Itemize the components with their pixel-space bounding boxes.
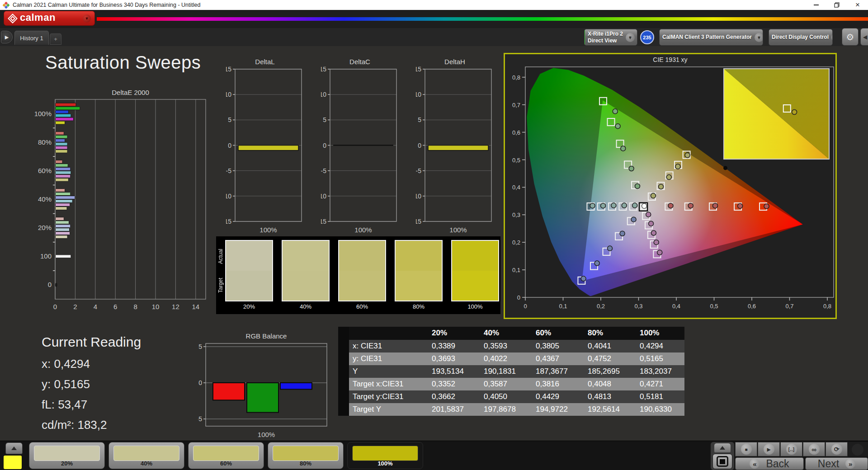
calman-menu-button[interactable]: calman ▼ [4,11,95,26]
table-cell: 0,3693 [428,352,480,365]
deltae-bar-blue-40% [56,196,75,199]
pattern-window-button[interactable] [712,454,732,469]
svg-text:100%: 100% [258,431,275,437]
table-cell: 187,3677 [532,365,584,378]
table-header-cell [338,327,349,340]
pattern-generator-label: CalMAN Client 3 Pattern Generator [660,34,755,41]
pattern-preview-expand-button[interactable] [5,442,23,454]
range-button[interactable]: [‥] [780,442,802,456]
actual-swatch-20% [226,241,272,271]
repeat-icon: ⟳ [831,444,842,455]
meter-count-badge[interactable]: 235 [640,30,654,44]
pattern-button-80%[interactable]: 80% [268,442,344,469]
deltah-chart-title: DeltaH [418,58,491,66]
svg-text:15: 15 [321,66,326,73]
cie-measured-magenta-60 [651,230,656,235]
deltae-bar-red-0 [56,283,57,287]
deltae-bar-green-80% [56,135,68,138]
minimize-icon [814,5,819,5]
comparison-level-label: 40% [282,303,330,310]
deltae-bar-cyan-20% [56,228,70,231]
meter-mode: Direct View [588,38,623,44]
cie-measured-cyan-40 [622,203,627,208]
cie-measured-magenta-80 [654,240,659,245]
svg-text:0,7: 0,7 [785,303,793,310]
pattern-button-40%[interactable]: 40% [108,442,184,469]
tab-history-1[interactable]: History 1 [14,31,49,45]
calman-logo-icon [8,14,18,24]
next-button[interactable]: Next » [805,457,868,470]
table-cell: 0,4813 [584,390,636,403]
workflow-nav-button[interactable]: ▶ [1,31,13,43]
table-cell: 0,5165 [636,352,684,365]
pattern-label: 80% [268,460,343,467]
svg-text:0,4: 0,4 [672,303,680,310]
display-control-dropdown[interactable]: Direct Display Control ▼ [769,29,833,46]
svg-text:-15: -15 [321,218,326,225]
cie-measured-cyan-60 [611,203,616,208]
add-tab-button[interactable]: + [50,33,61,45]
svg-text:0,1: 0,1 [512,267,520,273]
cie-measured-green-100 [613,109,618,114]
window-frame-icon [717,456,728,467]
meter-dropdown[interactable]: X-Rite i1Pro 2 Direct View ▼ [584,29,637,46]
comparison-row-label-target: Target [217,272,224,299]
restore-button[interactable] [826,0,847,10]
svg-text:100: 100 [40,252,52,260]
cie-measured-blue-100 [581,276,586,281]
pattern-preview-swatch[interactable] [4,456,22,469]
close-button[interactable]: × [847,0,868,10]
pattern-button-60%[interactable]: 60% [188,442,264,469]
table-gutter-cell [338,378,349,390]
table-gutter-cell [338,352,349,365]
back-button[interactable]: « Back [735,457,804,470]
infinite-button[interactable]: ∞ [803,442,825,456]
comparison-row-label-actual: Actual [217,243,224,270]
table-row: Target Y201,5837197,8678194,9722192,5614… [338,403,684,416]
stop-button[interactable]: ■ [735,442,757,456]
display-control-label: Direct Display Control [769,34,831,41]
table-cell: 0,3816 [532,378,584,390]
svg-text:60%: 60% [38,167,52,174]
settings-button[interactable]: ⚙ [842,28,859,46]
deltae-bar-red-20% [56,217,64,221]
svg-text:10: 10 [152,303,160,310]
cie-measured-red-100 [764,204,769,209]
pattern-button-20%[interactable]: 20% [29,442,105,469]
comparison-swatch-60% [338,240,386,301]
table-gutter-cell [338,340,349,352]
pattern-window-expand-button[interactable] [714,443,731,453]
main-content: Saturation Sweeps DeltaE 2000 0246810121… [0,46,868,441]
svg-text:10: 10 [321,91,326,98]
actual-swatch-100% [452,241,498,271]
deltae-bar-magenta-40% [56,203,70,207]
pattern-button-100%[interactable]: 100% [347,442,423,469]
actual-swatch-60% [339,241,385,271]
table-cell: 0,3389 [428,340,480,352]
cie-measured-green-60 [621,146,626,151]
play-button[interactable]: ▶ [758,442,780,456]
pattern-swatch-60% [193,446,259,461]
table-row: y: CIE310,36930,40220,43670,47520,5165 [338,352,684,365]
table-cell: 0,4294 [636,340,684,352]
cie-measured-magenta-20 [646,212,651,217]
deltae-bar-yellow-100% [56,121,65,124]
target-swatch-60% [339,271,385,301]
svg-text:100%: 100% [259,226,277,234]
record-dot-icon [852,444,863,456]
table-cell: 0,4050 [480,390,532,403]
next-button-label: Next [818,458,839,470]
arrow-up-icon [11,446,17,450]
deltae-bar-cyan-60% [56,171,71,174]
cie-measured-blue-80 [594,261,599,266]
table-cell: 197,8678 [480,403,532,416]
collapse-panel-button[interactable]: ◀ [860,28,868,46]
repeat-button[interactable]: ⟳ [826,442,848,456]
cie-measured-cyan-20 [632,203,637,208]
minimize-button[interactable] [806,0,826,10]
play-icon: ▶ [5,34,9,40]
transport-endcap [848,442,868,456]
pattern-generator-dropdown[interactable]: CalMAN Client 3 Pattern Generator ▼ [659,29,763,46]
pattern-swatch-40% [113,446,179,461]
svg-text:10: 10 [226,91,231,98]
